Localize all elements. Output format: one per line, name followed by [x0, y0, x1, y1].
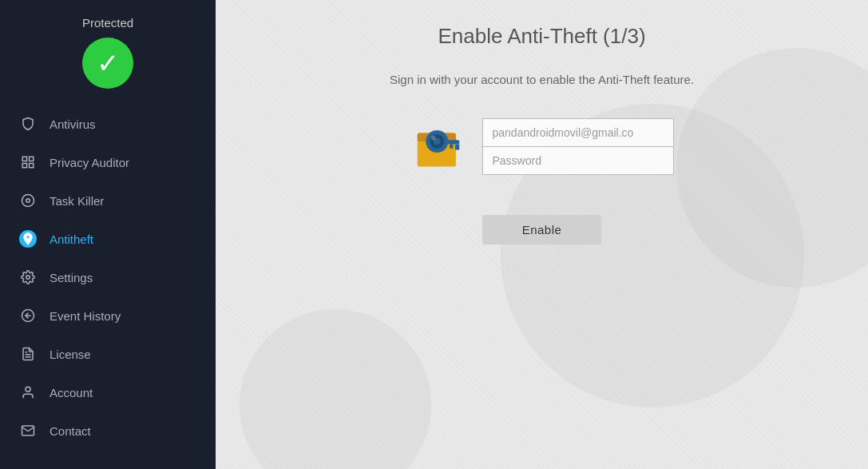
svg-rect-1	[30, 157, 34, 161]
svg-point-11	[26, 387, 30, 391]
sidebar-item-license[interactable]: License	[0, 335, 216, 373]
location-icon	[19, 230, 37, 248]
page-title: Enable Anti-Theft (1/3)	[438, 24, 645, 49]
login-fields	[482, 118, 674, 175]
doc-icon	[19, 345, 37, 363]
grid-icon	[19, 153, 37, 171]
sidebar-item-settings[interactable]: Settings	[0, 258, 216, 296]
sidebar-item-antivirus-label: Antivirus	[50, 117, 96, 131]
sidebar-item-antitheft-label: Antitheft	[50, 233, 93, 246]
circle-dot-icon	[19, 192, 37, 209]
protected-circle: ✓	[82, 38, 133, 89]
watermark-3	[240, 309, 431, 469]
sidebar-item-privacy-auditor-label: Privacy Auditor	[50, 156, 129, 169]
sidebar-item-license-label: License	[50, 348, 91, 361]
sidebar-item-account-label: Account	[50, 386, 93, 399]
svg-rect-2	[22, 164, 26, 168]
svg-rect-17	[444, 140, 459, 144]
sidebar-item-event-history[interactable]: Event History	[0, 296, 216, 335]
sidebar-header: Protected ✓	[0, 0, 216, 101]
subtitle-text: Sign in with your account to enable the …	[390, 73, 694, 86]
svg-rect-18	[455, 144, 459, 149]
password-field[interactable]	[482, 146, 674, 175]
shield-icon	[19, 115, 37, 133]
watermark-1	[676, 48, 868, 288]
sidebar-item-antitheft[interactable]: Antitheft	[0, 220, 216, 258]
key-icon	[410, 119, 466, 175]
enable-btn-wrapper: Enable	[482, 215, 602, 244]
sidebar-item-contact-label: Contact	[50, 424, 91, 438]
svg-point-5	[26, 199, 30, 203]
sidebar-item-contact[interactable]: Contact	[0, 411, 216, 450]
gear-icon	[19, 268, 37, 286]
envelope-icon	[19, 422, 37, 439]
sidebar-item-task-killer[interactable]: Task Killer	[0, 181, 216, 220]
svg-point-4	[22, 195, 34, 207]
checkmark-icon: ✓	[97, 50, 119, 77]
sidebar-item-settings-label: Settings	[50, 271, 93, 284]
sidebar: Protected ✓ Antivirus Privacy Auditor	[0, 0, 216, 469]
svg-rect-19	[450, 144, 453, 148]
enable-button[interactable]: Enable	[482, 215, 602, 244]
sidebar-item-account[interactable]: Account	[0, 373, 216, 411]
email-field[interactable]	[482, 118, 674, 146]
person-icon	[19, 384, 37, 401]
arrow-left-icon	[19, 307, 37, 324]
sidebar-item-privacy-auditor[interactable]: Privacy Auditor	[0, 143, 216, 181]
protected-label: Protected	[82, 16, 133, 30]
main-content: Enable Anti-Theft (1/3) Sign in with you…	[216, 0, 868, 469]
sidebar-item-antivirus[interactable]: Antivirus	[0, 105, 216, 143]
svg-rect-0	[22, 157, 26, 161]
form-area	[410, 118, 674, 175]
svg-point-6	[26, 276, 30, 280]
svg-point-20	[431, 136, 435, 140]
svg-rect-3	[30, 164, 34, 168]
sidebar-nav: Antivirus Privacy Auditor Task Killer	[0, 105, 216, 450]
sidebar-item-event-history-label: Event History	[50, 309, 121, 323]
sidebar-item-task-killer-label: Task Killer	[50, 194, 104, 208]
